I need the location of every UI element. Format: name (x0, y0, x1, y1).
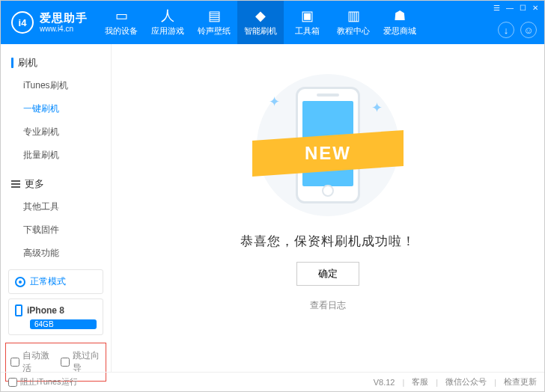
ribbon-text: NEW (305, 143, 351, 164)
sidebar-item-itunes-flash[interactable]: iTunes刷机 (23, 74, 111, 97)
nav-label: 智能刷机 (244, 25, 277, 37)
checkbox-input[interactable] (61, 358, 70, 367)
sidebar-group-label: 刷机 (18, 56, 37, 70)
menu-icon[interactable]: ☰ (493, 4, 500, 12)
nav-ringtones[interactable]: ▤铃声壁纸 (191, 1, 237, 44)
storage-badge: 64GB (30, 319, 97, 329)
footer-wechat-link[interactable]: 微信公众号 (445, 376, 487, 388)
sparkle-icon: ✦ (371, 99, 383, 116)
book-icon: ▥ (347, 9, 360, 22)
checkbox-skip-guide[interactable]: 跳过向导 (61, 349, 102, 375)
separator: | (494, 378, 496, 387)
app-header: i4 爱思助手 www.i4.cn ▭我的设备 人应用游戏 ▤铃声壁纸 ◆智能刷… (1, 1, 544, 44)
nav-label: 应用游戏 (151, 25, 184, 37)
nav-my-device[interactable]: ▭我的设备 (98, 1, 144, 44)
view-logs-link[interactable]: 查看日志 (310, 299, 346, 312)
checkbox-input[interactable] (10, 358, 19, 367)
device-mode[interactable]: 正常模式 (8, 269, 103, 294)
main-content: ✦ ✦ NEW 恭喜您，保资料刷机成功啦！ 确定 查看日志 (112, 44, 544, 372)
device-name: iPhone 8 (27, 305, 64, 316)
version-label: V8.12 (374, 378, 395, 387)
wallpaper-icon: ▤ (208, 9, 221, 22)
checkbox-label: 阻止iTunes运行 (20, 376, 78, 388)
sidebar: 刷机 iTunes刷机 一键刷机 专业刷机 批量刷机 更多 其他工具 下载固件 … (1, 44, 112, 372)
phone-icon: ▭ (115, 9, 128, 22)
brand-url: www.i4.cn (40, 25, 88, 34)
sidebar-group-more: 更多 (1, 173, 111, 195)
new-ribbon: NEW (242, 135, 414, 171)
separator: | (402, 378, 404, 387)
sparkle-icon: ✦ (269, 94, 280, 110)
sidebar-item-download-firmware[interactable]: 下载固件 (23, 218, 111, 242)
bar-icon (11, 58, 13, 68)
nav-toolbox[interactable]: ▣工具箱 (284, 1, 330, 44)
sidebar-item-other-tools[interactable]: 其他工具 (23, 195, 111, 218)
nav-label: 我的设备 (105, 25, 138, 37)
download-icon[interactable]: ↓ (498, 22, 514, 38)
device-card[interactable]: iPhone 8 64GB (8, 298, 103, 335)
nav-tutorials[interactable]: ▥教程中心 (330, 1, 377, 44)
footer-service-link[interactable]: 客服 (412, 376, 428, 388)
checkbox-label: 自动激活 (22, 349, 52, 375)
list-icon (11, 180, 20, 188)
nav-store[interactable]: ☗爱思商城 (377, 1, 423, 44)
checkbox-input[interactable] (8, 378, 17, 387)
footer-update-link[interactable]: 检查更新 (504, 376, 537, 388)
sidebar-item-oneclick-flash[interactable]: 一键刷机 (23, 97, 111, 120)
sidebar-item-batch-flash[interactable]: 批量刷机 (23, 144, 111, 167)
sidebar-group-label: 更多 (25, 177, 44, 191)
close-icon[interactable]: ✕ (532, 4, 538, 12)
top-nav: ▭我的设备 人应用游戏 ▤铃声壁纸 ◆智能刷机 ▣工具箱 ▥教程中心 ☗爱思商城 (98, 1, 423, 44)
device-mode-label: 正常模式 (30, 275, 66, 288)
minimize-icon[interactable]: — (506, 4, 514, 12)
success-illustration: ✦ ✦ NEW (257, 74, 399, 216)
mode-indicator-icon (15, 277, 25, 287)
device-icon (15, 304, 22, 316)
success-message: 恭喜您，保资料刷机成功啦！ (240, 233, 415, 250)
flash-icon: ◆ (255, 9, 266, 22)
toolbox-icon: ▣ (301, 9, 314, 22)
sidebar-item-pro-flash[interactable]: 专业刷机 (23, 120, 111, 144)
brand-name: 爱思助手 (40, 11, 88, 25)
nav-label: 工具箱 (295, 25, 320, 37)
ok-button[interactable]: 确定 (296, 262, 359, 286)
app-logo: i4 爱思助手 www.i4.cn (1, 1, 98, 44)
nav-label: 教程中心 (337, 25, 370, 37)
sidebar-group-flash: 刷机 (1, 52, 111, 74)
checkbox-label: 跳过向导 (73, 349, 102, 375)
checkbox-auto-activate[interactable]: 自动激活 (10, 349, 52, 375)
store-icon: ☗ (394, 9, 406, 22)
status-bar: 阻止iTunes运行 V8.12 | 客服 | 微信公众号 | 检查更新 (1, 372, 544, 391)
checkbox-block-itunes[interactable]: 阻止iTunes运行 (8, 376, 78, 388)
sidebar-item-advanced[interactable]: 高级功能 (23, 242, 111, 265)
logo-icon: i4 (11, 11, 34, 34)
nav-label: 铃声壁纸 (198, 25, 231, 37)
window-controls: ☰ — ☐ ✕ (493, 4, 538, 12)
nav-apps[interactable]: 人应用游戏 (144, 1, 191, 44)
nav-flash[interactable]: ◆智能刷机 (237, 1, 284, 44)
user-icon[interactable]: ☺ (520, 22, 537, 38)
nav-label: 爱思商城 (383, 25, 416, 37)
maximize-icon[interactable]: ☐ (520, 4, 526, 12)
separator: | (436, 378, 438, 387)
apps-icon: 人 (161, 9, 174, 22)
